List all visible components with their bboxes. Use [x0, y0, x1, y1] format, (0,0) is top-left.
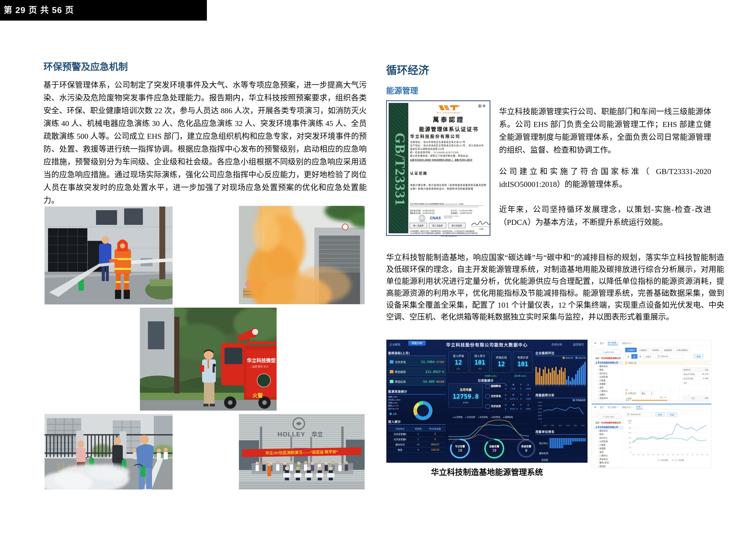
y-tick-label: 0,000 [535, 415, 542, 418]
table-row: 光伏逆变器410 [388, 436, 446, 442]
section-item-share: 分项占比 电力▾ [625, 391, 710, 395]
x-tick-label: 2309 [566, 425, 569, 426]
tree-item[interactable]: 模块车间 [594, 429, 623, 433]
tree-item[interactable]: 华立科技股份有限公司 [594, 361, 623, 365]
tree-item[interactable]: 无铅车间 [594, 458, 623, 461]
tree-item[interactable]: 流量计 [594, 393, 623, 397]
menu-icon[interactable]: ≡ [594, 341, 596, 345]
rank-bars [550, 438, 586, 448]
ratio-title: 企业能耗环比 [535, 351, 586, 356]
audit-box-1: 第一次监审 [410, 223, 427, 228]
dash-tab-home: 返回首页 [573, 342, 584, 347]
certificate-valid: 有效期至： 2026年07月18日 [451, 212, 472, 214]
usage-share-label: 动力 66.17% [388, 408, 409, 410]
tab-compare[interactable]: 数据对比 × [622, 406, 632, 409]
photo-group-holley: HOLLEY 华立 华立181社区消防演习——“迎亚运 筑平安” [239, 414, 364, 490]
tab-report[interactable]: 统计报表 × [608, 341, 618, 345]
tree-item[interactable]: 二楼办公 [594, 454, 623, 458]
tab-compare[interactable]: 数据对比 × [622, 342, 632, 345]
tab-summary[interactable]: 汇总统计 [625, 348, 637, 352]
tree-item[interactable]: 质量部 [594, 382, 623, 386]
x-tick-label: 31 [584, 385, 586, 386]
search-input[interactable]: 查统计量点 [596, 414, 622, 419]
tree-item[interactable]: 公共区域 [594, 375, 623, 379]
tree-item[interactable]: 质量部 [594, 447, 623, 451]
period-day[interactable]: 日 [625, 354, 632, 359]
online-rate: 在线率:100% [485, 375, 497, 378]
tree-item[interactable]: 无铅车间 [594, 397, 623, 400]
x-tick-label: 23 [571, 385, 573, 386]
right-subheading: 能源管理 [386, 84, 418, 96]
tree-item[interactable]: 公共区域 [594, 440, 623, 443]
tree-item[interactable]: 食堂 [594, 451, 623, 454]
tree-item[interactable]: 模块车间 [594, 365, 623, 369]
legend-marker-blue [672, 459, 674, 461]
truck-text-line1: 华立科技微型 [247, 358, 276, 363]
stat-card-readings: 电表抄读101 [513, 352, 533, 373]
ratio-x-labels: 01030507091113151719212325272931 [535, 385, 586, 386]
smoke-drill-illustration [239, 206, 364, 304]
export-button[interactable]: 导出 [667, 412, 677, 417]
period-year[interactable]: 年 [637, 354, 643, 359]
rank-label: 空压机 [535, 458, 548, 462]
y-tick-label: 400 [625, 432, 631, 437]
query-button[interactable]: 查询 [655, 412, 665, 417]
x-tick-label: 2307 [558, 425, 562, 426]
tab-by-item[interactable]: 分项统计 [650, 348, 662, 352]
tab-report[interactable]: 统计报表 × [608, 406, 618, 409]
period-month[interactable]: 月 [632, 354, 637, 359]
certificate-number: 证 书 号： 15/23EnA0157R00 [451, 210, 472, 212]
truck-text-fire: 火警 [252, 393, 263, 398]
tree-item[interactable]: 动力中心 [594, 372, 623, 376]
tree-item[interactable]: 物流 [594, 433, 623, 436]
dash-kpi-solar: 光伏发电 11.7454 万千瓦时 [388, 358, 446, 366]
fire-truck-illustration: 华立科技微型 —巡逻 宣传 灭火 火警 [140, 308, 277, 410]
load-x-ticks: 00010203040506070809101112131415 [633, 454, 708, 455]
energy-dropdown[interactable]: 电力▾ [640, 391, 653, 395]
period-custom[interactable]: 日定义 [643, 354, 654, 359]
legend-item: 国网购电 [503, 416, 513, 419]
tab-by-category[interactable]: 分类统计 [637, 348, 649, 352]
x-tick-label: 01 [535, 385, 537, 386]
y-tick-label: 0,000 [535, 408, 542, 411]
search-input[interactable]: 查统计量点 [596, 350, 622, 354]
tab-load[interactable]: 负荷 × [636, 405, 642, 409]
dash-rank-panel: 用能单位排名 动力中心 模块车间 空压机 [535, 429, 586, 462]
webapp-report-screenshot: ≡ 首页 统计报表 × 数据对比 × 查统计量点 当前：华立科技股份有限公司 华… [592, 340, 712, 401]
y-tick-label: 0,000 [535, 418, 542, 422]
tree-item[interactable]: 整机1车间 [594, 461, 623, 465]
solar-icon [390, 360, 393, 363]
tree-item[interactable]: 华立科技股份有限公司 [594, 426, 623, 429]
webapp2-controls: 2024-05-19 查询 导出 [625, 412, 710, 417]
y-axis-label: 负荷 [628, 419, 632, 422]
table-row: 小计 [683, 380, 709, 385]
x-tick-label: 12 [691, 454, 693, 455]
tree-item[interactable]: 空压机 [594, 465, 623, 468]
dash-tab-load: 负荷分析 [552, 342, 562, 347]
tree-item[interactable]: 物流 [594, 368, 623, 372]
x-tick-label: 13 [555, 385, 556, 386]
tree-item[interactable]: 动力中心 [594, 436, 623, 440]
tree-item[interactable]: 二楼办公 [594, 389, 623, 393]
tab-extremes[interactable]: 极值报表 [662, 348, 674, 352]
certificate-fine1: 证书有效期内，每年至少进行一次现场监督活动，每次监督活动后，WIT将在本证书上加… [410, 230, 487, 232]
tab-item-category[interactable]: 分项分类统计 [675, 348, 690, 352]
tree-item[interactable]: IT管理 [594, 443, 623, 447]
x-tick-label: 2305 [551, 425, 554, 426]
menu-icon[interactable]: ≡ [594, 405, 596, 409]
date-picker[interactable]: 2024-04 [656, 354, 683, 359]
tree-item[interactable]: IT管理 [594, 379, 623, 383]
table-row: 水(万立方米)0.000 [683, 376, 709, 380]
plug-icon [486, 384, 490, 388]
certificate-reg-address: 注册地址： 杭州市余杭区五常街道五常大道181号 [410, 140, 487, 144]
x-tick-label: 03 [647, 454, 649, 455]
x-tick-label: 05 [657, 454, 659, 455]
tree-item[interactable]: 食堂 [594, 386, 623, 390]
date-picker[interactable]: 2024-05-19 [625, 412, 653, 417]
tree-item[interactable]: 整机1车间 [594, 400, 623, 401]
query-button[interactable]: 查询 [693, 354, 703, 359]
stat-card-online: 终端在线12 [492, 352, 511, 373]
tab-home[interactable]: 首页 [600, 406, 604, 409]
certificate-fineprint-bar [410, 205, 483, 206]
tab-home[interactable]: 首页 [600, 342, 604, 345]
